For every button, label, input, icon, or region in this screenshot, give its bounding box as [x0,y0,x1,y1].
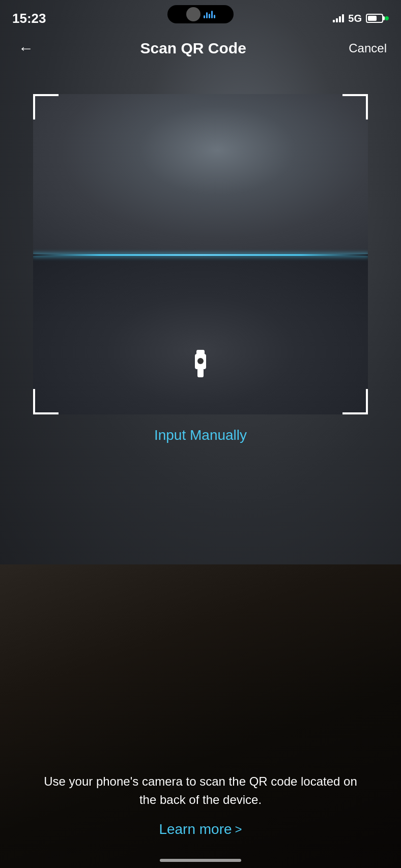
svg-point-3 [197,358,204,364]
home-indicator [160,859,241,862]
di-photo [186,7,200,21]
bottom-description-text: Use your phone's camera to scan the QR c… [41,772,360,809]
back-button[interactable]: ← [14,36,38,61]
flashlight-button[interactable] [188,350,213,384]
nav-bar: ← Scan QR Code Cancel [0,31,401,66]
learn-more-label[interactable]: Learn more [159,821,232,837]
corner-bracket-top-right [342,94,368,119]
status-time: 15:23 [12,11,46,26]
signal-bars-icon [333,14,344,22]
input-manually-button[interactable]: Input Manually [0,427,401,443]
cancel-button[interactable]: Cancel [349,41,387,55]
bottom-info-section: Use your phone's camera to scan the QR c… [0,772,401,837]
chevron-right-icon: > [235,822,242,836]
battery-icon [366,14,383,23]
corner-bracket-bottom-left [33,389,59,414]
page-title: Scan QR Code [140,40,246,57]
battery-fill [368,16,377,21]
battery-indicator [366,14,389,23]
signal-5g-label: 5G [348,13,362,24]
corner-bracket-bottom-right [342,389,368,414]
battery-charging-dot [385,16,389,20]
scanner-viewfinder [33,94,368,414]
di-audio [204,11,215,18]
dynamic-island [167,5,234,23]
corner-bracket-top-left [33,94,59,119]
status-bar: 15:23 5G [0,0,401,31]
learn-more-button[interactable]: Learn more > [159,821,242,837]
status-right: 5G [333,13,389,24]
svg-rect-2 [197,368,204,377]
